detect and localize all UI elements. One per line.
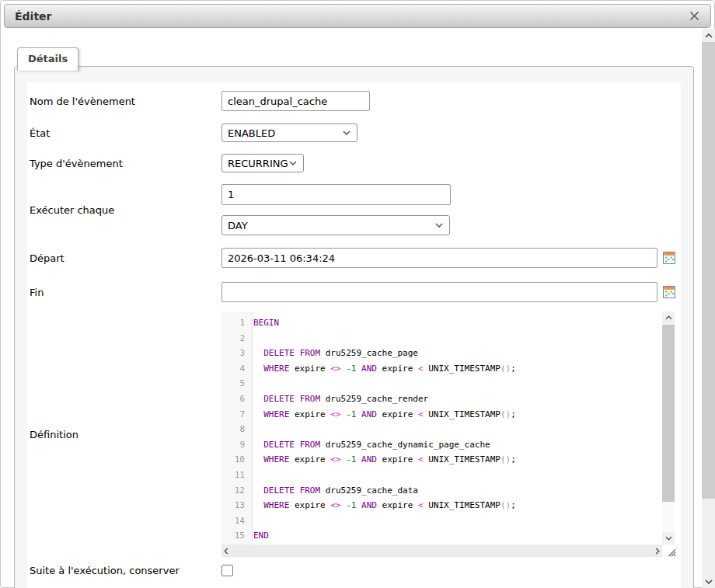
- definition-editor-lines[interactable]: 1BEGIN23 DELETE FROM dru5259_cache_page4…: [221, 315, 662, 544]
- end-datetime-input[interactable]: [221, 282, 657, 302]
- scroll-left-icon[interactable]: [224, 548, 228, 555]
- chevron-down-icon: [343, 130, 351, 135]
- interval-unit-select-value: DAY: [228, 220, 435, 231]
- scroll-down-icon[interactable]: [702, 575, 715, 588]
- details-tab-label: Détails: [28, 53, 68, 64]
- event-type-select[interactable]: RECURRING: [221, 154, 304, 172]
- code-line[interactable]: END: [249, 528, 269, 544]
- start-datetime-input[interactable]: [221, 248, 657, 268]
- line-number: 13: [221, 498, 249, 513]
- end-label: Fin: [30, 287, 221, 298]
- page-scrollbar-thumb[interactable]: [702, 42, 715, 499]
- line-number: 2: [221, 331, 249, 346]
- event-type-row: Type d'évènement RECURRING: [30, 154, 681, 172]
- execute-every-label: Exécuter chaque: [30, 204, 221, 216]
- dialog-titlebar[interactable]: Éditer: [4, 4, 711, 28]
- line-number: 3: [221, 346, 249, 361]
- code-line[interactable]: DELETE FROM dru5259_cache_data: [249, 483, 418, 499]
- code-line[interactable]: DELETE FROM dru5259_cache_render: [249, 391, 428, 407]
- editor-horizontal-scrollbar[interactable]: [221, 545, 662, 557]
- line-number: 9: [221, 437, 249, 453]
- line-number: 11: [221, 468, 249, 483]
- on-completion-row: Suite à l'exécution, conserver: [30, 565, 681, 576]
- status-label: État: [30, 127, 221, 139]
- close-icon[interactable]: [685, 8, 703, 25]
- event-type-label: Type d'évènement: [30, 158, 221, 169]
- line-number: 12: [221, 483, 249, 499]
- scroll-up-icon[interactable]: [662, 311, 675, 324]
- line-number: 8: [221, 422, 249, 437]
- calendar-icon[interactable]: [663, 252, 675, 264]
- definition-editor[interactable]: 1BEGIN23 DELETE FROM dru5259_cache_page4…: [221, 311, 675, 557]
- scroll-down-icon[interactable]: [662, 532, 675, 545]
- chevron-down-icon: [289, 161, 297, 165]
- event-name-row: Nom de l'évènement: [30, 91, 681, 111]
- details-tab: Détails: [17, 47, 78, 71]
- line-number: 5: [221, 376, 249, 391]
- code-line[interactable]: [249, 331, 253, 346]
- on-completion-checkbox[interactable]: [221, 565, 233, 576]
- line-number: 1: [221, 315, 249, 331]
- code-line[interactable]: BEGIN: [249, 315, 279, 331]
- interval-unit-select[interactable]: DAY: [221, 215, 450, 235]
- interval-value-input[interactable]: [221, 184, 451, 205]
- status-row: État ENABLED: [30, 124, 681, 142]
- definition-label: Définition: [30, 429, 221, 440]
- code-line[interactable]: WHERE expire <> -1 AND expire < UNIX_TIM…: [249, 407, 516, 423]
- event-name-label: Nom de l'évènement: [30, 96, 221, 107]
- page-scrollbar[interactable]: [702, 29, 715, 588]
- event-name-input[interactable]: [221, 91, 370, 111]
- code-line[interactable]: DELETE FROM dru5259_cache_page: [249, 346, 418, 361]
- dialog-title: Éditer: [15, 10, 685, 23]
- end-row: Fin: [30, 282, 681, 302]
- line-number: 6: [221, 391, 249, 407]
- line-number: 10: [221, 452, 249, 468]
- line-number: 15: [221, 528, 249, 544]
- chevron-down-icon: [435, 223, 443, 228]
- code-line[interactable]: WHERE expire <> -1 AND expire < UNIX_TIM…: [249, 498, 516, 513]
- code-line[interactable]: [249, 513, 253, 529]
- execute-every-row: Exécuter chaque DAY: [30, 184, 681, 235]
- line-number: 14: [221, 513, 249, 529]
- resize-grip-icon[interactable]: [664, 545, 676, 557]
- status-select-value: ENABLED: [228, 127, 343, 139]
- code-line[interactable]: [249, 422, 253, 437]
- event-type-select-value: RECURRING: [228, 158, 289, 169]
- line-number: 7: [221, 407, 249, 423]
- start-row: Départ: [30, 248, 681, 268]
- scroll-right-icon[interactable]: [655, 548, 660, 555]
- on-completion-label: Suite à l'exécution, conserver: [30, 565, 221, 576]
- status-select[interactable]: ENABLED: [221, 124, 358, 142]
- code-line[interactable]: [249, 468, 253, 483]
- code-line[interactable]: WHERE expire <> -1 AND expire < UNIX_TIM…: [249, 361, 516, 377]
- editor-vertical-scrollbar[interactable]: [662, 311, 675, 545]
- start-label: Départ: [30, 252, 221, 264]
- line-number: 4: [221, 361, 249, 377]
- event-form: Nom de l'évènement État ENABLED Type d'é…: [27, 82, 681, 588]
- code-line[interactable]: DELETE FROM dru5259_cache_dynamic_page_c…: [249, 437, 490, 453]
- editor-vscroll-thumb[interactable]: [662, 325, 675, 502]
- scroll-up-icon[interactable]: [702, 29, 715, 42]
- code-line[interactable]: [249, 376, 253, 391]
- calendar-icon[interactable]: [663, 286, 675, 298]
- definition-row: Définition 1BEGIN23 DELETE FROM dru5259_…: [30, 311, 681, 557]
- code-line[interactable]: WHERE expire <> -1 AND expire < UNIX_TIM…: [249, 452, 516, 468]
- details-fieldset: Nom de l'évènement État ENABLED Type d'é…: [14, 66, 694, 588]
